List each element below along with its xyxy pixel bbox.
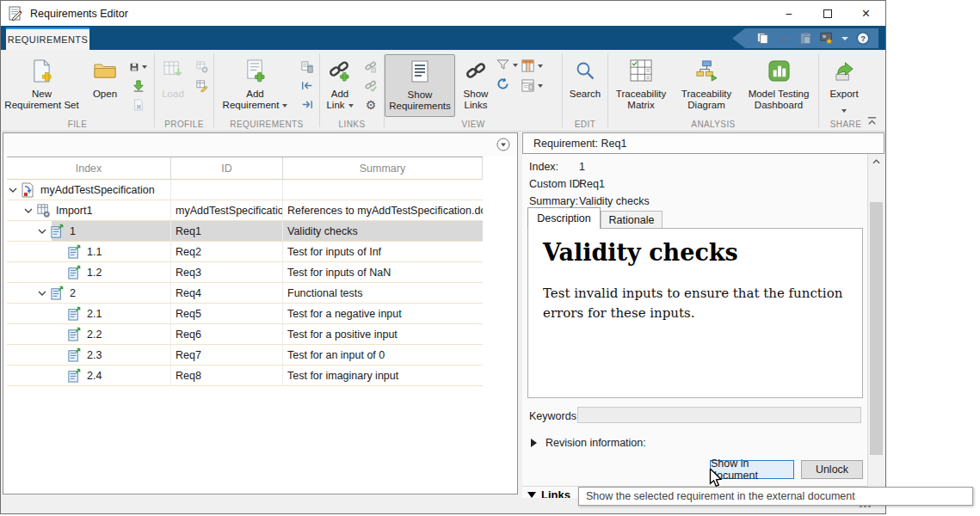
table-row[interactable]: 2.4 Req8 Test for imaginary input: [7, 366, 483, 386]
display-options-button[interactable]: [521, 79, 543, 92]
filter-dropdown-icon[interactable]: [513, 64, 518, 67]
requirement-icon: [67, 347, 83, 363]
ribbon-group-links: Add Link ⚙ LINKS: [320, 50, 384, 131]
customize-quick-access-icon[interactable]: »: [820, 32, 834, 46]
show-links-button[interactable]: Show Links: [455, 54, 496, 111]
ribbon-group-analysis: Traceability Matrix Traceability Diagram…: [608, 50, 818, 131]
svg-text:»: »: [823, 33, 827, 40]
export-dropdown-icon[interactable]: [841, 109, 847, 113]
tab-rationale[interactable]: Rationale: [601, 211, 663, 229]
save-button[interactable]: [130, 59, 147, 74]
tab-description[interactable]: Description: [527, 207, 601, 229]
promote-requirement-button[interactable]: [299, 78, 316, 93]
revision-information-expander[interactable]: Revision information:: [531, 437, 646, 449]
tab-requirements[interactable]: REQUIREMENTS: [6, 28, 89, 50]
model-testing-dashboard-button[interactable]: Model Testing Dashboard: [739, 54, 818, 111]
add-requirement-button[interactable]: Add Requirement: [214, 54, 296, 111]
add-requirement-icon: [244, 57, 266, 84]
link-settings-gear-icon[interactable]: ⚙: [362, 97, 379, 112]
save-dropdown-icon[interactable]: [142, 65, 147, 69]
filter-button[interactable]: [496, 59, 518, 71]
demote-requirement-button[interactable]: [299, 97, 316, 112]
chevron-down-icon[interactable]: [38, 227, 50, 236]
table-row[interactable]: 2 Req4 Functional tests: [7, 283, 483, 304]
import-button[interactable]: [130, 78, 147, 93]
cut-icon[interactable]: ✂: [777, 32, 791, 46]
open-folder-icon: [94, 57, 116, 84]
quick-access-dropdown-icon[interactable]: [841, 37, 848, 40]
links-section-header[interactable]: Links: [527, 488, 570, 498]
scroll-up-button[interactable]: [868, 154, 884, 169]
show-requirements-button[interactable]: Show Requirements: [385, 54, 455, 117]
table-row-selected[interactable]: 1 Req1 Validity checks: [7, 221, 483, 242]
copy-icon[interactable]: [755, 32, 769, 46]
ribbon-toolbar: New Requirement Set Open: [1, 50, 885, 132]
paste-icon[interactable]: [798, 32, 812, 46]
requirements-tree-panel: Index ID Summary myAddTestSpecification: [3, 132, 518, 494]
group-label-profile: PROFILE: [155, 120, 213, 129]
open-button[interactable]: Open: [83, 54, 127, 100]
scrollbar-thumb[interactable]: [870, 202, 883, 455]
collapse-ribbon-button[interactable]: [863, 114, 880, 127]
requirement-icon: [67, 327, 83, 342]
traceability-diagram-icon: [695, 57, 718, 84]
check-links-button[interactable]: [362, 78, 379, 93]
new-requirement-set-button[interactable]: New Requirement Set: [1, 54, 83, 111]
show-requirements-icon: [410, 58, 429, 85]
add-link-dropdown-icon[interactable]: [348, 104, 354, 108]
requirement-set-icon: [21, 182, 36, 198]
maximize-button[interactable]: [808, 1, 847, 26]
table-row[interactable]: 2.3 Req7 Test for an input of 0: [7, 345, 483, 366]
close-button[interactable]: ×: [847, 1, 885, 26]
keywords-input[interactable]: [577, 407, 861, 423]
column-header-summary[interactable]: Summary: [283, 157, 483, 179]
search-button[interactable]: Search: [563, 54, 607, 100]
requirement-icon: [67, 306, 83, 322]
table-row[interactable]: 2.1 Req5 Test for a negative input: [7, 304, 483, 324]
refresh-button[interactable]: [496, 77, 518, 90]
column-header-index[interactable]: Index: [7, 157, 171, 179]
description-editor[interactable]: Validity checks Test invalid inputs to e…: [527, 228, 863, 398]
requirement-icon: [67, 265, 83, 280]
detail-scrollbar[interactable]: [867, 154, 884, 498]
export-button[interactable]: Export: [819, 54, 869, 118]
keywords-label: Keywords:: [529, 410, 579, 422]
table-row[interactable]: 1.1 Req2 Test for inputs of Inf: [7, 242, 483, 262]
chevron-down-icon[interactable]: [38, 289, 50, 298]
add-link-button[interactable]: Add Link: [320, 54, 360, 111]
table-row[interactable]: 2.2 Req6 Test for a positive input: [7, 324, 483, 345]
display-options-dropdown-icon[interactable]: [538, 84, 543, 88]
chevron-down-icon[interactable]: [24, 206, 36, 215]
delete-link-button[interactable]: [362, 59, 379, 74]
expand-right-icon: [531, 439, 537, 447]
column-header-id[interactable]: ID: [171, 157, 283, 179]
maximize-icon: [823, 9, 832, 18]
group-label-requirements: REQUIREMENTS: [214, 120, 319, 129]
minimize-button[interactable]: −: [769, 1, 808, 26]
columns-dropdown-icon[interactable]: [538, 64, 543, 68]
profile-settings-button[interactable]: [194, 59, 211, 74]
model-testing-dashboard-icon: [768, 57, 790, 84]
add-requirement-dropdown-icon[interactable]: [282, 104, 287, 108]
delete-requirement-set-button[interactable]: [130, 97, 147, 112]
table-row[interactable]: myAddTestSpecification: [7, 180, 483, 200]
table-row[interactable]: 1.2 Req3 Test for inputs of NaN: [7, 262, 483, 283]
table-row[interactable]: Import1 myAddTestSpecification Reference…: [7, 200, 483, 221]
group-label-file: FILE: [1, 120, 154, 129]
window-title: Requirements Editor: [30, 8, 128, 20]
requirement-icon: [67, 368, 83, 384]
edit-profile-button[interactable]: [194, 78, 211, 93]
delete-requirement-button[interactable]: [299, 59, 316, 74]
traceability-diagram-button[interactable]: Traceability Diagram: [674, 54, 739, 111]
chevron-down-icon[interactable]: [9, 186, 21, 194]
load-profile-button[interactable]: Load: [155, 54, 191, 100]
requirement-detail-panel: Index: 1 Custom ID: Req1 Summary: Validi…: [522, 154, 884, 498]
help-icon[interactable]: ?: [856, 32, 870, 46]
view-options-icon[interactable]: [496, 138, 510, 151]
traceability-matrix-button[interactable]: Traceability Matrix: [608, 54, 674, 111]
unlock-button[interactable]: Unlock: [801, 460, 863, 479]
group-label-links: LINKS: [320, 120, 384, 129]
summary-field-label: Summary:: [529, 195, 578, 207]
columns-button[interactable]: [521, 59, 543, 72]
screen: Requirements Editor − × REQUIREMENTS ✂ »…: [0, 0, 980, 516]
